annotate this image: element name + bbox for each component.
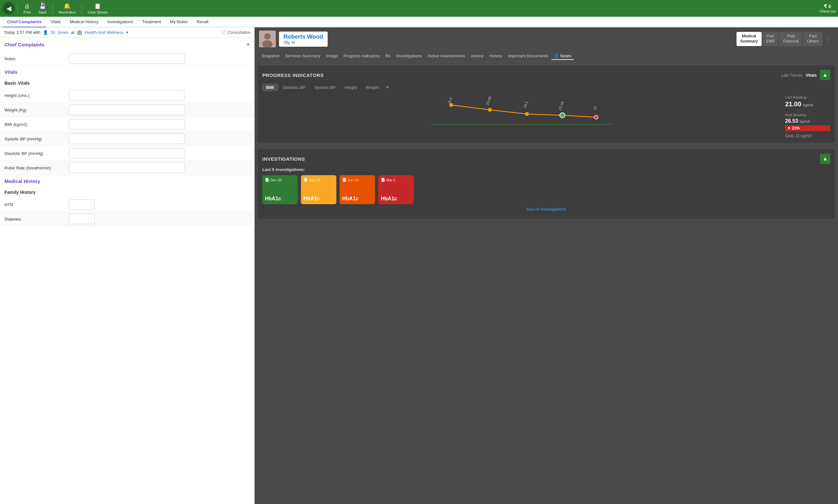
vitals-tab-diastolic-bp[interactable]: Diastolic BP bbox=[279, 84, 309, 91]
notes-input[interactable] bbox=[69, 53, 185, 64]
chart-readings: Last Reading 21.00 kg/m2 First Reading 2… bbox=[785, 95, 830, 138]
toolbar: ◀ 🖨 Print 💾 Save 🔔 Reminders 📋 Case Shee… bbox=[0, 0, 838, 17]
divider-1 bbox=[17, 3, 18, 14]
vitals-row-1: Weight (Kg) bbox=[0, 103, 254, 117]
svg-text:21: 21 bbox=[592, 105, 597, 110]
nav-advice[interactable]: Advice bbox=[468, 53, 486, 60]
inv-card-0[interactable]: 📄 Dec-30 HbA1c bbox=[262, 175, 298, 204]
inv-card-date-0: 📄 Dec-30 bbox=[265, 178, 295, 182]
last-reading-label: Last Reading bbox=[785, 95, 830, 99]
investigation-cards: 📄 Dec-30 HbA1c 📄 Sep-15 HbA1c 📄 Jun-10 H… bbox=[262, 175, 830, 204]
nav-investigations[interactable]: Investigations bbox=[394, 53, 425, 60]
consult-at: at bbox=[71, 30, 74, 35]
vitals-label-0: Height (cms.) bbox=[4, 93, 69, 98]
first-reading-label: First Reading bbox=[785, 113, 830, 117]
basic-vitals-title: Basic Vitals bbox=[0, 78, 254, 88]
print-button[interactable]: 🖨 Print bbox=[20, 2, 34, 15]
inv-doc-icon-0: 📄 bbox=[265, 178, 269, 182]
vitals-input-5[interactable] bbox=[69, 163, 185, 173]
progress-indicators-card: PROGRESS INDICATORS Lab Trends Vitals ▲ … bbox=[258, 65, 835, 143]
family-history-title: Family History bbox=[0, 187, 254, 197]
tab-medical-history[interactable]: Medical History bbox=[65, 17, 103, 28]
vitals-label-4: Diastolic BP (mmHg) bbox=[4, 151, 69, 156]
patient-header: Roberts Wood 39y, M MedicalSummary PastE… bbox=[254, 28, 838, 51]
vitals-label[interactable]: Vitals bbox=[806, 73, 817, 78]
notes-row: Notes bbox=[0, 52, 254, 66]
consult-label: 📄 Consultation bbox=[221, 30, 251, 35]
dropdown-icon[interactable]: ▾ bbox=[126, 30, 128, 35]
tab-treatment[interactable]: Treatment bbox=[138, 17, 166, 28]
back-button[interactable]: ◀ bbox=[3, 2, 15, 15]
document-icon: 📋 bbox=[94, 3, 101, 10]
inv-card-2[interactable]: 📄 Jun-10 HbA1c bbox=[340, 175, 375, 204]
vitals-tab-systolic-bp[interactable]: Systolic BP bbox=[310, 84, 340, 91]
clinic-link[interactable]: Health And Wellness bbox=[85, 30, 123, 35]
medical-label-0: HTN bbox=[4, 202, 69, 207]
vitals-row-4: Diastolic BP (mmHg) bbox=[0, 146, 254, 161]
tab-investigations[interactable]: Investigations bbox=[103, 17, 138, 28]
notes-person-icon: 👤 bbox=[554, 53, 559, 58]
nav-rx[interactable]: Rx bbox=[383, 53, 393, 60]
add-chief-complaint-button[interactable]: + bbox=[246, 41, 250, 48]
vitals-input-3[interactable] bbox=[69, 134, 185, 144]
tab-past-financial[interactable]: PastFinancial bbox=[779, 32, 803, 46]
inv-card-1[interactable]: 📄 Sep-15 HbA1c bbox=[301, 175, 336, 204]
medical-row-1: Diabetes bbox=[0, 212, 254, 227]
checkout-button[interactable]: ₹ 0 Check out bbox=[819, 3, 835, 13]
tab-medical-summary[interactable]: MedicalSummary bbox=[736, 32, 762, 46]
first-reading-value: 26.53 kg/m2 bbox=[785, 118, 830, 124]
nav-services-summary[interactable]: Services Summary bbox=[283, 53, 323, 60]
patient-info: Roberts Wood 39y, M bbox=[279, 32, 328, 47]
vitals-input-1[interactable] bbox=[69, 105, 185, 115]
medical-input-0[interactable] bbox=[69, 199, 95, 210]
goal-text: Goal: 21 kg/m2 bbox=[785, 134, 830, 138]
divider-2 bbox=[53, 3, 53, 14]
patient-tabs: MedicalSummary PastEMR PastFinancial Pas… bbox=[736, 32, 834, 46]
vitals-tab-bar: BMI Diastolic BP Systolic BP Height Weig… bbox=[262, 84, 830, 91]
tab-past-emr[interactable]: PastEMR bbox=[762, 32, 779, 46]
vitals-input-2[interactable] bbox=[69, 119, 185, 129]
right-panel: Roberts Wood 39y, M MedicalSummary PastE… bbox=[254, 28, 838, 504]
tab-my-notes[interactable]: My Notes bbox=[166, 17, 192, 28]
vitals-input-4[interactable] bbox=[69, 148, 185, 159]
print-icon: 🖨 bbox=[24, 3, 30, 10]
vitals-tab-weight[interactable]: Weight bbox=[362, 84, 382, 91]
consult-doc-icon: 📄 bbox=[221, 30, 226, 35]
svg-text:24.66: 24.66 bbox=[485, 96, 492, 106]
right-nav: Snapshot Services Summary Image Progress… bbox=[254, 51, 838, 62]
main-layout: Today 3:57 PM with 👤 Dr. Jones at 🏥 Heal… bbox=[0, 28, 838, 504]
investigations-card: INVESTIGATIONS ▲ Last 5 Investigations: … bbox=[258, 149, 835, 219]
lab-trends-label[interactable]: Lab Trends bbox=[782, 73, 803, 78]
vitals-row-0: Height (cms.) bbox=[0, 88, 254, 103]
tab-chief-complaints[interactable]: Chief Complaints bbox=[3, 17, 46, 28]
add-vital-button[interactable]: + bbox=[384, 84, 391, 91]
medical-input-1[interactable] bbox=[69, 214, 95, 224]
inv-card-date-2: 📄 Jun-10 bbox=[342, 178, 372, 182]
nav-history[interactable]: History bbox=[486, 53, 504, 60]
tab-vitals[interactable]: Vitals bbox=[46, 17, 66, 28]
progress-title: PROGRESS INDICATORS bbox=[262, 72, 782, 78]
tab-recall[interactable]: Recall bbox=[192, 17, 213, 28]
case-sheets-button[interactable]: 📋 Case Sheets bbox=[85, 2, 111, 15]
see-all-investigations-link[interactable]: See All Investigations bbox=[262, 204, 830, 214]
nav-snapshot[interactable]: Snapshot bbox=[259, 53, 282, 60]
reminders-button[interactable]: 🔔 Reminders bbox=[55, 2, 79, 15]
vitals-tab-height[interactable]: Height bbox=[341, 84, 361, 91]
nav-active-assessments[interactable]: Active Assessments bbox=[425, 53, 468, 60]
tab-past-others[interactable]: PastOthers bbox=[803, 32, 822, 46]
investigations-collapse-button[interactable]: ▲ bbox=[820, 154, 830, 164]
nav-image[interactable]: Image bbox=[323, 53, 340, 60]
nav-important-documents[interactable]: Important Documents bbox=[505, 53, 551, 60]
vitals-input-0[interactable] bbox=[69, 90, 185, 101]
progress-collapse-button[interactable]: ▲ bbox=[820, 70, 830, 80]
nav-notes[interactable]: 👤 Notes bbox=[551, 53, 574, 60]
svg-text:23.1: 23.1 bbox=[522, 101, 529, 109]
nav-progress-indicators[interactable]: Progress Indicators bbox=[341, 53, 382, 60]
inv-card-3[interactable]: 📄 Mar-1 HbA1c bbox=[378, 175, 414, 204]
more-options-icon[interactable]: ⋮ bbox=[823, 35, 834, 43]
vitals-tab-bmi[interactable]: BMI bbox=[262, 84, 278, 91]
vitals-header: Vitals bbox=[0, 66, 254, 78]
consult-time: Today 3:57 PM with bbox=[4, 30, 40, 35]
doctor-link[interactable]: Dr. Jones bbox=[51, 30, 68, 35]
save-button[interactable]: 💾 Save bbox=[35, 2, 50, 15]
